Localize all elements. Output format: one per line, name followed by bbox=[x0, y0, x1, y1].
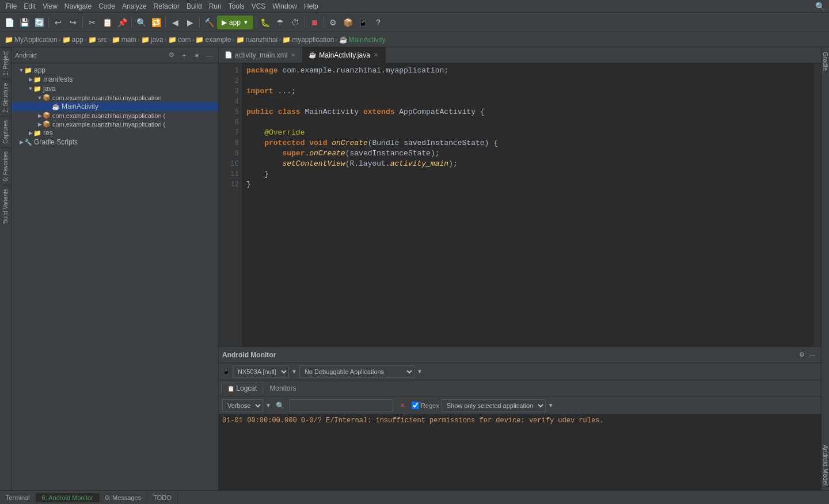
clear-search-btn[interactable]: ✕ bbox=[396, 399, 409, 413]
find-btn[interactable]: 🔍 bbox=[134, 16, 148, 29]
logcat-toolbar: VerboseDebugInfoWarnErrorAssert ▼ 🔍 ✕ Re… bbox=[219, 396, 821, 415]
regex-checkbox[interactable] bbox=[412, 402, 419, 409]
sep1 bbox=[48, 17, 49, 28]
menu-run[interactable]: Run bbox=[206, 1, 225, 12]
gradle-panel: Gradle Android Model bbox=[821, 47, 829, 490]
app-tab-messages[interactable]: 0: Messages bbox=[100, 493, 147, 502]
code-editor[interactable]: 1 2 3 4 5 6 7 8 9 10 11 12 package com.e… bbox=[219, 63, 821, 346]
copy-btn[interactable]: 📋 bbox=[100, 16, 114, 29]
app-tab-todo[interactable]: TODO bbox=[147, 493, 178, 502]
project-close-btn[interactable]: — bbox=[204, 50, 215, 60]
forward-btn[interactable]: ▶ bbox=[183, 16, 197, 29]
profile-btn[interactable]: ⏱ bbox=[288, 16, 302, 29]
avd-manager-btn[interactable]: 📱 bbox=[356, 16, 370, 29]
back-btn[interactable]: ◀ bbox=[168, 16, 182, 29]
replace-btn[interactable]: 🔁 bbox=[149, 16, 163, 29]
menu-build[interactable]: Build bbox=[183, 1, 206, 12]
tree-item-res[interactable]: ▶ 📁 res bbox=[12, 128, 218, 138]
menu-help[interactable]: Help bbox=[301, 1, 322, 12]
sdk-manager-btn[interactable]: 📦 bbox=[341, 16, 355, 29]
menu-code[interactable]: Code bbox=[95, 1, 119, 12]
sync-btn[interactable]: 🔄 bbox=[32, 16, 46, 29]
search-logcat-btn[interactable]: 🔍 bbox=[273, 399, 287, 413]
menu-analyze[interactable]: Analyze bbox=[119, 1, 150, 12]
app-tab-android-monitor[interactable]: 6: Android Monitor bbox=[36, 493, 100, 502]
tree-item-package-test1[interactable]: ▶ 📦 com.example.ruanzhihai.myapplication… bbox=[12, 111, 218, 120]
menu-bar: File Edit View Navigate Code Analyze Ref… bbox=[0, 0, 829, 13]
bottom-tab-monitors[interactable]: Monitors bbox=[263, 383, 302, 394]
tree-item-manifests[interactable]: ▶ 📁 manifests bbox=[12, 75, 218, 84]
menu-vcs[interactable]: VCS bbox=[248, 1, 269, 12]
breadcrumb-mainactivity[interactable]: ☕ MainActivity bbox=[339, 36, 386, 44]
help-btn[interactable]: ? bbox=[371, 16, 385, 29]
vtab-favorites[interactable]: 6: Favorites bbox=[1, 147, 10, 185]
breadcrumb-main[interactable]: 📁 main bbox=[112, 36, 136, 44]
breadcrumb-myapplication[interactable]: 📁 myapplication bbox=[282, 36, 334, 44]
vtab-captures[interactable]: Captures bbox=[1, 116, 10, 147]
tab-activity-xml[interactable]: 📄 activity_main.xml ✕ bbox=[219, 47, 303, 63]
tree-item-java[interactable]: ▼ 📁 java bbox=[12, 84, 218, 93]
logcat-search-input[interactable] bbox=[290, 399, 393, 412]
debug-btn[interactable]: 🐛 bbox=[258, 16, 272, 29]
tab-close-xml[interactable]: ✕ bbox=[290, 51, 296, 59]
android-model-label[interactable]: Android Model bbox=[821, 440, 830, 490]
show-app-selector[interactable]: Show only selected application bbox=[442, 399, 546, 412]
redo-btn[interactable]: ↪ bbox=[66, 16, 80, 29]
sync-project-btn[interactable]: ⚙ bbox=[326, 16, 340, 29]
expand-arrow-package: ▼ bbox=[37, 95, 43, 101]
expand-arrow-res: ▶ bbox=[28, 130, 33, 136]
tree-item-package-test2[interactable]: ▶ 📦 com.example.ruanzhihai.myapplication… bbox=[12, 120, 218, 128]
tab-close-java[interactable]: ✕ bbox=[372, 51, 379, 59]
code-content[interactable]: package com.example.ruanzhihai.myapplica… bbox=[242, 63, 814, 346]
menu-tools[interactable]: Tools bbox=[225, 1, 248, 12]
menu-window[interactable]: Window bbox=[269, 1, 301, 12]
run-btn[interactable]: ▶ app ▼ bbox=[217, 16, 253, 29]
menu-view[interactable]: View bbox=[39, 1, 61, 12]
vtab-build-variants[interactable]: Build Variants bbox=[1, 185, 10, 227]
new-file-btn[interactable]: 📄 bbox=[2, 16, 16, 29]
tree-item-package-main[interactable]: ▼ 📦 com.example.ruanzhihai.myapplication bbox=[12, 93, 218, 102]
run-dropdown-arrow[interactable]: ▼ bbox=[243, 19, 249, 25]
breadcrumb-myapplication[interactable]: 📁 MyApplication bbox=[5, 36, 58, 44]
build-btn[interactable]: 🔨 bbox=[202, 16, 216, 29]
sep3 bbox=[131, 17, 132, 28]
breadcrumb-app[interactable]: 📁 app bbox=[62, 36, 83, 44]
verbose-selector[interactable]: VerboseDebugInfoWarnErrorAssert bbox=[222, 399, 263, 412]
bottom-tab-logcat[interactable]: 📋 Logcat bbox=[221, 383, 263, 394]
tab-mainactivity-java[interactable]: ☕ MainActivity.java ✕ bbox=[303, 47, 385, 63]
paste-btn[interactable]: 📌 bbox=[115, 16, 129, 29]
bottom-panel-header: Android Monitor ⚙ — bbox=[219, 347, 821, 363]
device-selector[interactable]: NX503A [null] bbox=[233, 365, 289, 378]
project-add-btn[interactable]: + bbox=[179, 50, 189, 60]
save-btn[interactable]: 💾 bbox=[17, 16, 31, 29]
stop-btn[interactable]: ⏹ bbox=[307, 16, 321, 29]
app-selector[interactable]: No Debuggable Applications bbox=[299, 365, 414, 378]
expand-arrow-gradle: ▶ bbox=[18, 139, 24, 145]
bottom-close-btn[interactable]: — bbox=[807, 350, 817, 360]
regex-checkbox-label: Regex bbox=[412, 402, 439, 409]
tree-item-app[interactable]: ▼ 📁 app bbox=[12, 66, 218, 75]
tree-item-mainactivity[interactable]: ▶ ☕ MainActivity bbox=[12, 102, 218, 111]
project-settings2-btn[interactable]: ≡ bbox=[192, 50, 202, 60]
gradle-label[interactable]: Gradle bbox=[821, 47, 830, 75]
breadcrumb-ruanzhihai[interactable]: 📁 ruanzhihai bbox=[236, 36, 277, 44]
cut-btn[interactable]: ✂ bbox=[85, 16, 99, 29]
breadcrumb-example[interactable]: 📁 example bbox=[195, 36, 231, 44]
project-settings-btn[interactable]: ⚙ bbox=[166, 50, 177, 60]
vtab-project[interactable]: 1: Project bbox=[1, 47, 10, 79]
breadcrumb-src[interactable]: 📁 src bbox=[88, 36, 107, 44]
bottom-settings-btn[interactable]: ⚙ bbox=[797, 350, 807, 360]
menu-refactor[interactable]: Refactor bbox=[150, 1, 183, 12]
undo-btn[interactable]: ↩ bbox=[51, 16, 65, 29]
coverage-btn[interactable]: ☂ bbox=[273, 16, 287, 29]
menu-file[interactable]: File bbox=[2, 1, 20, 12]
bottom-panel: Android Monitor ⚙ — 📱 NX503A [null] ▼ No… bbox=[219, 346, 821, 490]
breadcrumb-com[interactable]: 📁 com bbox=[168, 36, 191, 44]
vtab-structure[interactable]: 2: Structure bbox=[1, 79, 10, 116]
breadcrumb-java[interactable]: 📁 java bbox=[141, 36, 163, 44]
menu-navigate[interactable]: Navigate bbox=[61, 1, 95, 12]
menu-edit[interactable]: Edit bbox=[20, 1, 39, 12]
search-everywhere-btn[interactable]: 🔍 bbox=[813, 0, 827, 13]
app-tab-terminal[interactable]: Terminal bbox=[0, 493, 36, 502]
tree-item-gradle[interactable]: ▶ 🔧 Gradle Scripts bbox=[12, 138, 218, 147]
